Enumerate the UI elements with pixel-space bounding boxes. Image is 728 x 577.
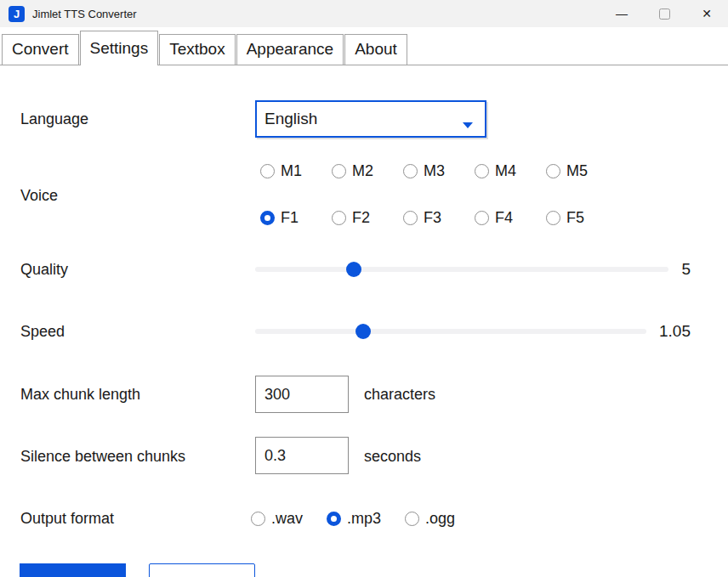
radio-icon <box>475 211 489 225</box>
radio-icon <box>332 164 346 178</box>
radio-icon <box>403 164 418 178</box>
voice-radio-f2[interactable]: F2 <box>332 209 403 227</box>
minimize-button[interactable]: — <box>600 0 643 27</box>
format-radio-wav[interactable]: .wav <box>251 510 303 528</box>
voice-radio-f3[interactable]: F3 <box>403 209 475 227</box>
secondary-action-button[interactable] <box>149 563 255 577</box>
quality-slider[interactable] <box>255 267 668 272</box>
app-icon: J <box>9 6 25 22</box>
radio-icon <box>332 211 346 225</box>
silence-unit: seconds <box>364 448 421 466</box>
speed-slider[interactable] <box>255 329 646 334</box>
radio-icon <box>475 164 489 178</box>
silence-label: Silence between chunks <box>20 448 185 466</box>
quality-slider-row: 5 <box>255 259 691 280</box>
quality-value: 5 <box>681 260 691 279</box>
language-dropdown-value: English <box>264 110 317 128</box>
voice-female-radio-group: F1 F2 F3 F4 F5 <box>260 209 617 227</box>
close-button[interactable]: ✕ <box>685 0 728 27</box>
radio-icon <box>251 512 265 526</box>
speed-slider-row: 1.05 <box>255 321 691 342</box>
tab-about[interactable]: About <box>344 34 407 65</box>
language-dropdown[interactable]: English <box>255 100 486 138</box>
quality-slider-thumb[interactable] <box>346 262 361 277</box>
close-icon: ✕ <box>702 7 712 20</box>
voice-radio-m1[interactable]: M1 <box>260 162 332 180</box>
max-chunk-label: Max chunk length <box>20 386 140 404</box>
speed-label: Speed <box>20 323 65 341</box>
silence-input[interactable] <box>255 437 349 474</box>
format-radio-ogg[interactable]: .ogg <box>405 510 455 528</box>
radio-icon <box>403 211 418 225</box>
speed-value: 1.05 <box>659 322 691 341</box>
window-controls: — ✕ <box>600 0 728 27</box>
voice-radio-f4[interactable]: F4 <box>475 209 546 227</box>
titlebar: J Jimlet TTS Converter — ✕ <box>0 0 728 27</box>
tab-bar: Convert Settings Textbox Appearance Abou… <box>0 27 728 65</box>
voice-radio-m5[interactable]: M5 <box>546 162 617 180</box>
tab-appearance[interactable]: Appearance <box>236 34 344 65</box>
tab-settings[interactable]: Settings <box>80 31 159 65</box>
voice-label: Voice <box>20 187 58 205</box>
radio-selected-icon <box>327 512 341 526</box>
radio-icon <box>546 164 560 178</box>
voice-radio-f5[interactable]: F5 <box>546 209 617 227</box>
output-format-radio-group: .wav .mp3 .ogg <box>251 510 455 528</box>
voice-radio-m3[interactable]: M3 <box>403 162 475 180</box>
chevron-down-icon <box>463 122 473 128</box>
tab-textbox[interactable]: Textbox <box>159 34 235 65</box>
radio-icon <box>546 211 560 225</box>
speed-slider-thumb[interactable] <box>355 324 371 339</box>
tab-convert[interactable]: Convert <box>2 34 79 65</box>
max-chunk-unit: characters <box>364 386 435 404</box>
quality-label: Quality <box>20 261 68 279</box>
radio-icon <box>260 164 275 178</box>
voice-radio-m4[interactable]: M4 <box>475 162 546 180</box>
max-chunk-input[interactable] <box>255 376 349 413</box>
window-title: Jimlet TTS Converter <box>32 8 137 20</box>
minimize-icon: — <box>616 7 628 20</box>
output-format-label: Output format <box>20 510 114 528</box>
maximize-icon <box>659 8 670 20</box>
primary-action-button[interactable] <box>20 563 126 577</box>
voice-radio-m2[interactable]: M2 <box>332 162 403 180</box>
radio-selected-icon <box>260 211 275 225</box>
language-label: Language <box>20 110 88 128</box>
voice-male-radio-group: M1 M2 M3 M4 M5 <box>260 162 617 180</box>
maximize-button[interactable] <box>643 0 685 27</box>
radio-icon <box>405 512 419 526</box>
voice-radio-f1[interactable]: F1 <box>260 209 332 227</box>
format-radio-mp3[interactable]: .mp3 <box>327 510 381 528</box>
